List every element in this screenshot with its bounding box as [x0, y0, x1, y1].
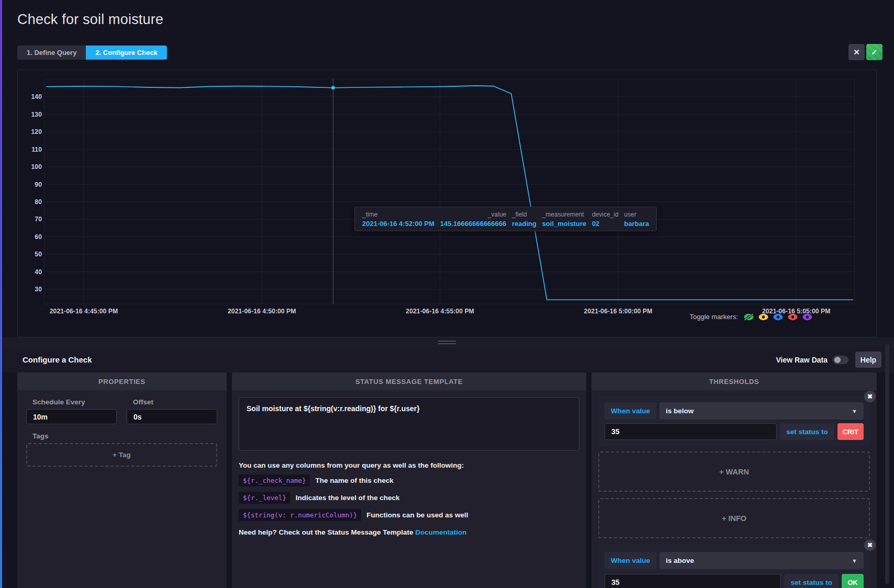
- svg-text:40: 40: [35, 268, 42, 276]
- toggle-markers: Toggle markers:: [690, 313, 812, 321]
- schedule-every-input[interactable]: [26, 409, 117, 424]
- svg-text:60: 60: [35, 233, 42, 241]
- view-raw-data-toggle[interactable]: [833, 356, 848, 364]
- page-title: Check for soil moisture: [17, 12, 163, 28]
- svg-text:50: 50: [35, 251, 42, 258]
- level-button-crit[interactable]: CRIT: [837, 423, 864, 440]
- template-snippet-row: ${string(v: r.numericColumn)} Functions …: [239, 509, 579, 521]
- code-check-name: ${r._check_name}: [239, 474, 310, 487]
- svg-text:140: 140: [31, 93, 42, 100]
- documentation-link[interactable]: Documentation: [415, 528, 466, 536]
- wizard-tabs: 1. Define Query 2. Configure Check: [17, 46, 167, 60]
- when-value-chip[interactable]: When value: [605, 402, 656, 420]
- chevron-down-icon: ▼: [852, 408, 857, 414]
- tooltip-value: 145.16666666666666: [440, 220, 507, 228]
- chart-tooltip: _time 2021-06-16 4:52:00 PM _value 145.1…: [354, 207, 657, 231]
- tooltip-value: barbara: [624, 220, 649, 228]
- view-raw-data-label: View Raw Data: [776, 356, 828, 364]
- set-status-to-chip: set status to: [780, 423, 834, 440]
- svg-text:70: 70: [35, 216, 42, 223]
- tags-label: Tags: [26, 432, 217, 440]
- svg-text:2021-06-16 5:00:00 PM: 2021-06-16 5:00:00 PM: [584, 308, 653, 315]
- code-level: ${r._level}: [239, 492, 290, 504]
- close-icon: ✖: [867, 393, 873, 400]
- offset-input[interactable]: [127, 409, 217, 424]
- tooltip-value: 2021-06-16 4:52:00 PM: [362, 220, 434, 228]
- template-snippet-row: ${r._level} Indicates the level of the c…: [239, 492, 579, 504]
- thresholds-panel: THRESHOLDS ✖ When value is below ▼ set s…: [591, 372, 877, 588]
- cancel-button[interactable]: ✕: [848, 44, 865, 60]
- svg-text:120: 120: [31, 128, 42, 135]
- tooltip-label: _measurement: [542, 211, 587, 218]
- eye-off-icon-green[interactable]: [744, 313, 754, 321]
- help-button[interactable]: Help: [855, 352, 881, 368]
- save-check-button[interactable]: ✓: [866, 44, 882, 60]
- configure-check-bar: Configure a Check View Raw Data Help: [0, 347, 894, 372]
- thresholds-body: ✖ When value is below ▼ set status to CR…: [591, 390, 877, 588]
- threshold-value-input[interactable]: [605, 423, 777, 440]
- properties-body: Schedule Every Offset Tags + Tag: [17, 390, 227, 588]
- svg-text:30: 30: [35, 286, 42, 293]
- tooltip-field-column: _field reading: [512, 211, 537, 228]
- template-intro-text: You can use any columns from your query …: [239, 461, 579, 469]
- remove-threshold-button[interactable]: ✖: [864, 539, 876, 551]
- threshold-value-input[interactable]: [605, 574, 781, 588]
- check-preview-chart[interactable]: 304050607080901001101201301402021-06-16 …: [17, 70, 877, 337]
- svg-text:130: 130: [31, 111, 42, 118]
- svg-text:80: 80: [35, 198, 42, 206]
- level-button-ok[interactable]: OK: [842, 574, 864, 588]
- eye-icon-yellow[interactable]: [758, 313, 768, 321]
- svg-text:2021-06-16 4:55:00 PM: 2021-06-16 4:55:00 PM: [406, 308, 474, 315]
- checkmark-icon: ✓: [871, 48, 878, 57]
- svg-text:2021-06-16 4:45:00 PM: 2021-06-16 4:45:00 PM: [50, 308, 118, 315]
- add-tag-button[interactable]: + Tag: [26, 443, 217, 467]
- condition-selected-value: is below: [666, 407, 694, 415]
- drag-handle-line: [438, 341, 456, 342]
- tooltip-label: user: [624, 211, 649, 218]
- threshold-card-ok: ✖ When value is above ▼ set status to OK: [598, 545, 870, 588]
- condition-dropdown[interactable]: is above ▼: [660, 552, 864, 569]
- snippet-description: The name of this check: [315, 477, 393, 484]
- add-info-label: + INFO: [722, 514, 746, 523]
- toggle-knob: [834, 357, 841, 363]
- tab-define-query[interactable]: 1. Define Query: [17, 46, 86, 60]
- snippet-description: Indicates the level of the check: [296, 494, 400, 502]
- when-value-chip[interactable]: When value: [605, 552, 656, 569]
- add-warn-label: + WARN: [719, 468, 749, 476]
- close-icon: ✕: [853, 48, 860, 57]
- schedule-every-label: Schedule Every: [26, 398, 117, 406]
- condition-selected-value: is above: [666, 557, 694, 564]
- vertical-scrollbar[interactable]: [885, 344, 889, 584]
- thresholds-header: THRESHOLDS: [591, 372, 877, 390]
- add-warn-threshold-button[interactable]: + WARN: [598, 451, 870, 492]
- resize-drag-handle[interactable]: [0, 337, 894, 347]
- tooltip-user-column: user barbara: [624, 211, 649, 228]
- tooltip-time-column: _time 2021-06-16 4:52:00 PM: [362, 211, 434, 228]
- svg-text:100: 100: [31, 163, 42, 171]
- add-tag-label: + Tag: [113, 451, 131, 459]
- tooltip-measurement-column: _measurement soil_moisture: [542, 211, 587, 228]
- condition-dropdown[interactable]: is below ▼: [660, 402, 864, 420]
- svg-text:110: 110: [31, 146, 42, 153]
- properties-panel: PROPERTIES Schedule Every Offset Tags + …: [17, 372, 227, 588]
- line-chart: 304050607080901001101201301402021-06-16 …: [18, 70, 876, 337]
- tooltip-label: device_id: [592, 211, 619, 218]
- eye-icon-red[interactable]: [788, 313, 798, 321]
- template-help-line: Need help? Check out the Status Message …: [239, 528, 579, 536]
- drag-handle-line: [438, 343, 456, 344]
- status-template-body: Soil moisture at ${string(v:r.reading)} …: [232, 390, 586, 588]
- add-info-threshold-button[interactable]: + INFO: [598, 498, 870, 538]
- snippet-description: Functions can be used as well: [366, 511, 468, 519]
- code-string-function: ${string(v: r.numericColumn)}: [239, 509, 361, 521]
- tooltip-label: _time: [362, 211, 434, 218]
- eye-icon-purple[interactable]: [802, 313, 812, 321]
- tooltip-value: reading: [512, 220, 537, 228]
- tooltip-value-column: _value 145.16666666666666: [440, 211, 507, 228]
- set-status-to-chip: set status to: [784, 574, 839, 588]
- remove-threshold-button[interactable]: ✖: [864, 391, 876, 402]
- status-message-template-panel: STATUS MESSAGE TEMPLATE Soil moisture at…: [232, 372, 586, 588]
- status-message-textarea[interactable]: Soil moisture at ${string(v:r.reading)} …: [239, 397, 579, 450]
- tab-configure-check[interactable]: 2. Configure Check: [86, 46, 166, 60]
- eye-icon-blue[interactable]: [773, 313, 783, 321]
- chevron-down-icon: ▼: [852, 558, 857, 564]
